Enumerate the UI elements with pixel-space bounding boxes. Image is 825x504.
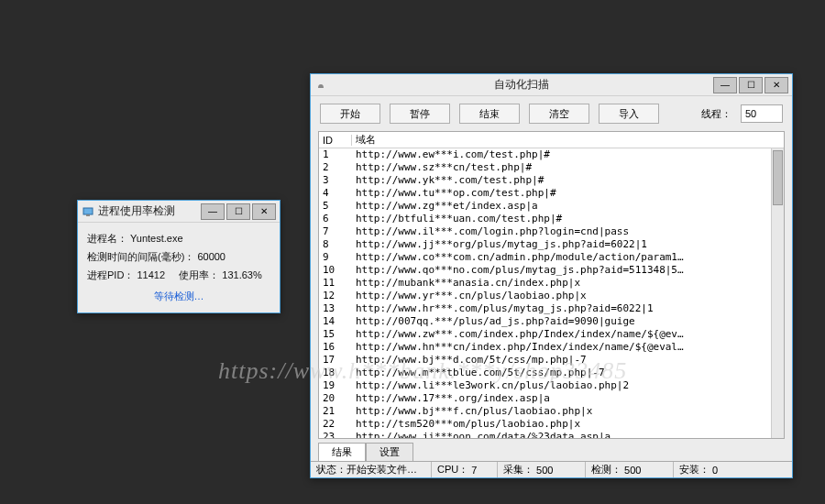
- maximize-button[interactable]: ☐: [226, 203, 250, 220]
- status-detect-value: 500: [624, 465, 641, 476]
- table-row[interactable]: 2http://www.sz***cn/test.php|#: [319, 161, 784, 174]
- row-id: 2: [319, 161, 352, 174]
- row-id: 5: [319, 200, 352, 213]
- tab-settings[interactable]: 设置: [366, 443, 413, 461]
- status-state-label: 状态：: [316, 463, 346, 477]
- scrollbar[interactable]: [771, 148, 784, 438]
- table-row[interactable]: 22http://tsm520***om/plus/laobiao.php|x: [319, 418, 784, 431]
- row-url: http://www.m***tblue.com/5t/css/mp.php|-…: [352, 367, 784, 379]
- row-id: 9: [319, 251, 352, 264]
- app-icon: [82, 205, 94, 218]
- minimize-button[interactable]: —: [201, 203, 225, 220]
- row-url: http://www.yr***.cn/plus/laobiao.php|x: [352, 290, 784, 302]
- waiting-link[interactable]: 等待检测…: [87, 288, 270, 306]
- maximize-button[interactable]: ☐: [739, 77, 763, 93]
- interval-value: 60000: [197, 251, 226, 262]
- table-row[interactable]: 11http://mubank***anasia.cn/index.php|x: [319, 277, 784, 290]
- row-id: 4: [319, 187, 352, 200]
- row-url: http://www.yk***.com/test.php|#: [352, 174, 784, 187]
- row-url: http://www.ji***oon.com/data/%23data.asp…: [352, 431, 784, 438]
- row-url: http://www.sz***cn/test.php|#: [352, 161, 784, 174]
- clear-button[interactable]: 清空: [529, 104, 589, 124]
- end-button[interactable]: 结束: [459, 104, 520, 124]
- window-title: 自动化扫描: [331, 77, 711, 93]
- row-id: 8: [319, 238, 352, 251]
- proc-name: Yuntest.exe: [130, 233, 183, 244]
- table-row[interactable]: 16http://www.hn***cn/index.php/Index/ind…: [319, 341, 784, 354]
- row-id: 18: [319, 367, 352, 379]
- close-button[interactable]: ✕: [252, 203, 276, 220]
- table-row[interactable]: 15http://www.zw***.com/index.php/Index/i…: [319, 328, 784, 341]
- row-url: http://www.jj***org/plus/mytag_js.php?ai…: [352, 238, 784, 251]
- pause-button[interactable]: 暂停: [390, 104, 450, 124]
- row-id: 23: [319, 431, 352, 438]
- row-id: 16: [319, 341, 352, 354]
- col-domain[interactable]: 域名: [352, 133, 784, 147]
- process-usage-window: 进程使用率检测 — ☐ ✕ 进程名： Yuntest.exe 检测时间的间隔(毫…: [77, 200, 280, 313]
- list-header[interactable]: ID 域名: [319, 132, 784, 148]
- row-id: 1: [319, 148, 352, 161]
- table-row[interactable]: 10http://www.qo***no.com/plus/mytag_js.p…: [319, 264, 784, 277]
- table-row[interactable]: 21http://www.bj***f.cn/plus/laobiao.php|…: [319, 405, 784, 418]
- table-row[interactable]: 7http://www.il***.com/login.php?login=cn…: [319, 225, 784, 238]
- table-row[interactable]: 3http://www.yk***.com/test.php|#: [319, 174, 784, 187]
- titlebar[interactable]: 进程使用率检测 — ☐ ✕: [78, 201, 280, 223]
- start-button[interactable]: 开始: [320, 104, 380, 124]
- row-id: 15: [319, 328, 352, 341]
- row-url: http://btfuli***uan.com/test.php|#: [352, 213, 784, 225]
- row-url: http://www.bj***d.com/5t/css/mp.php|-7: [352, 354, 784, 367]
- status-collect-label: 采集：: [503, 463, 534, 477]
- table-row[interactable]: 4http://www.tu***op.com/test.php|#: [319, 187, 784, 200]
- import-button[interactable]: 导入: [599, 104, 659, 124]
- row-url: http://tsm520***om/plus/laobiao.php|x: [352, 418, 784, 431]
- table-row[interactable]: 14http://007qq.***/plus/ad_js.php?aid=90…: [319, 315, 784, 328]
- tab-result[interactable]: 结果: [318, 443, 366, 461]
- window-title: 进程使用率检测: [98, 203, 199, 219]
- toolbar: 开始 暂停 结束 清空 导入 线程：: [311, 96, 792, 131]
- tabs: 结果 设置: [318, 443, 785, 461]
- interval-label: 检测时间的间隔(毫秒)：: [87, 251, 194, 262]
- row-id: 3: [319, 174, 352, 187]
- table-row[interactable]: 13http://www.hr***.com/plus/mytag_js.php…: [319, 302, 784, 315]
- titlebar[interactable]: 自动化扫描 — ☐ ✕: [311, 74, 792, 96]
- row-url: http://mubank***anasia.cn/index.php|x: [352, 277, 784, 290]
- close-button[interactable]: ✕: [764, 77, 788, 93]
- svg-rect-0: [83, 208, 93, 214]
- status-state-value: 开始安装文件…: [346, 463, 417, 477]
- scrollbar-thumb[interactable]: [773, 150, 783, 205]
- statusbar: 状态： 开始安装文件… CPU： 7 采集： 500 检测： 500 安装： 0: [311, 461, 792, 477]
- table-row[interactable]: 23http://www.ji***oon.com/data/%23data.a…: [319, 431, 784, 438]
- table-row[interactable]: 20http://www.17***.org/index.asp|a: [319, 392, 784, 405]
- table-row[interactable]: 1http://www.ew***i.com/test.php|#: [319, 148, 784, 161]
- row-id: 12: [319, 290, 352, 302]
- status-cpu-label: CPU：: [437, 463, 468, 477]
- row-url: http://www.bj***f.cn/plus/laobiao.php|x: [352, 405, 784, 418]
- row-url: http://www.zw***.com/index.php/Index/ind…: [352, 328, 784, 341]
- table-row[interactable]: 8http://www.jj***org/plus/mytag_js.php?a…: [319, 238, 784, 251]
- row-id: 14: [319, 315, 352, 328]
- col-id[interactable]: ID: [319, 135, 352, 146]
- row-id: 7: [319, 225, 352, 238]
- table-row[interactable]: 6http://btfuli***uan.com/test.php|#: [319, 213, 784, 225]
- row-url: http://www.co***com.cn/admin.php/module/…: [352, 251, 784, 264]
- status-cpu-value: 7: [471, 465, 477, 476]
- table-row[interactable]: 19http://www.li***le3work.cn/plus/laobia…: [319, 379, 784, 392]
- thread-input[interactable]: [741, 104, 783, 123]
- row-id: 22: [319, 418, 352, 431]
- thread-label: 线程：: [701, 107, 732, 121]
- table-row[interactable]: 12http://www.yr***.cn/plus/laobiao.php|x: [319, 290, 784, 302]
- row-url: http://www.li***le3work.cn/plus/laobiao.…: [352, 379, 784, 392]
- row-url: http://www.17***.org/index.asp|a: [352, 392, 784, 405]
- list-body[interactable]: 1http://www.ew***i.com/test.php|#2http:/…: [319, 148, 784, 438]
- row-url: http://www.il***.com/login.php?login=cnd…: [352, 225, 784, 238]
- table-row[interactable]: 9http://www.co***com.cn/admin.php/module…: [319, 251, 784, 264]
- row-url: http://www.zg***et/index.asp|a: [352, 200, 784, 213]
- row-url: http://www.qo***no.com/plus/mytag_js.php…: [352, 264, 784, 277]
- table-row[interactable]: 18http://www.m***tblue.com/5t/css/mp.php…: [319, 367, 784, 379]
- row-url: http://www.tu***op.com/test.php|#: [352, 187, 784, 200]
- minimize-button[interactable]: —: [713, 77, 737, 93]
- table-row[interactable]: 17http://www.bj***d.com/5t/css/mp.php|-7: [319, 354, 784, 367]
- row-url: http://www.ew***i.com/test.php|#: [352, 148, 784, 161]
- table-row[interactable]: 5http://www.zg***et/index.asp|a: [319, 200, 784, 213]
- app-icon: [314, 79, 327, 92]
